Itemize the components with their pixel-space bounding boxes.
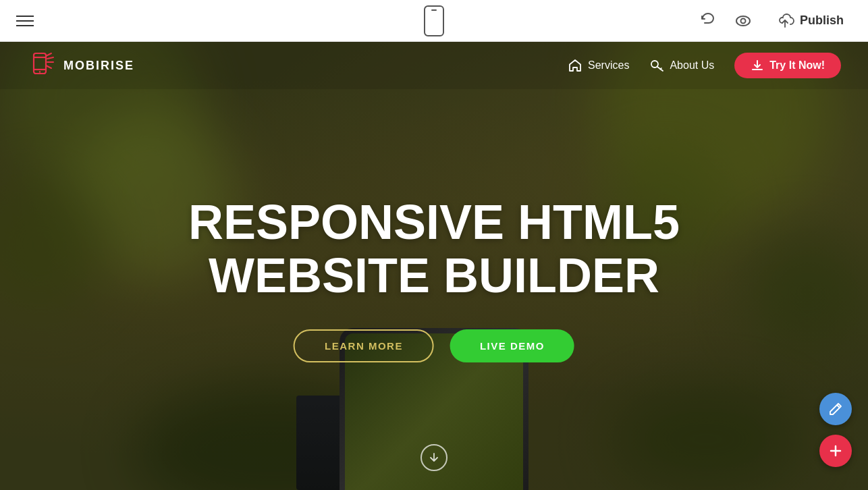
learn-more-button[interactable]: LEARN MORE [294, 329, 434, 362]
hero-buttons: LEARN MORE LIVE DEMO [87, 329, 782, 362]
live-demo-button[interactable]: LIVE DEMO [450, 329, 574, 362]
svg-point-6 [39, 71, 40, 72]
key-icon [649, 58, 664, 73]
download-icon [751, 59, 764, 72]
mobile-preview-button[interactable] [424, 5, 444, 36]
hamburger-menu-button[interactable] [16, 16, 34, 26]
eye-preview-button[interactable] [732, 10, 754, 32]
nav-links: Services About Us Try It Now! [568, 53, 841, 78]
site-nav: MOBIRISE Services About Us [0, 42, 868, 89]
undo-button[interactable] [697, 10, 719, 32]
hero-title-line2: WEBSITE BUILDER [209, 248, 659, 302]
logo-area[interactable]: MOBIRISE [27, 51, 134, 80]
arrow-down-icon [429, 452, 439, 463]
try-now-label: Try It Now! [769, 59, 825, 72]
toolbar-left [16, 16, 34, 26]
about-label: About Us [670, 59, 714, 72]
toolbar-right: Publish [697, 9, 852, 33]
publish-button[interactable]: Publish [767, 9, 852, 33]
hero-title-line1: RESPONSIVE HTML5 [188, 195, 680, 249]
svg-line-10 [46, 65, 51, 68]
svg-line-8 [47, 57, 53, 59]
pen-icon [828, 402, 843, 416]
svg-line-7 [46, 53, 51, 56]
edit-fab-button[interactable] [819, 393, 852, 425]
nav-about-link[interactable]: About Us [649, 58, 714, 73]
website-frame: MOBIRISE Services About Us [0, 42, 868, 490]
toolbar: Publish [0, 0, 868, 42]
hero-content: RESPONSIVE HTML5 WEBSITE BUILDER LEARN M… [87, 196, 782, 362]
svg-rect-3 [34, 53, 46, 74]
scroll-down-button[interactable] [421, 444, 447, 471]
logo-icon [27, 51, 57, 80]
publish-label: Publish [800, 13, 844, 28]
hero-title: RESPONSIVE HTML5 WEBSITE BUILDER [87, 196, 782, 302]
try-now-button[interactable]: Try It Now! [734, 53, 841, 78]
home-icon [568, 58, 582, 73]
toolbar-center [424, 5, 444, 36]
logo-text: MOBIRISE [63, 59, 134, 73]
svg-point-0 [736, 16, 750, 26]
nav-services-link[interactable]: Services [568, 58, 629, 73]
add-fab-button[interactable] [819, 435, 852, 467]
plus-icon [828, 443, 843, 458]
services-label: Services [588, 59, 629, 72]
svg-point-1 [740, 18, 745, 23]
